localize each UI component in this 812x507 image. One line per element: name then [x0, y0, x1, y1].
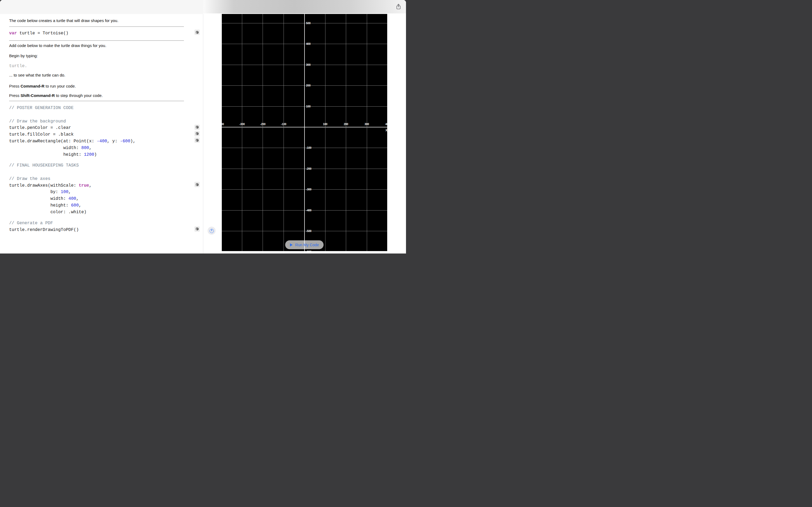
code-line[interactable]: turtle.renderDrawingToPDF(): [9, 227, 79, 233]
divider-line: [9, 26, 184, 27]
code-line[interactable]: height: 1200): [9, 152, 135, 158]
y-axis-tick-label: 500: [306, 21, 311, 25]
y-axis-tick-label: 100: [306, 105, 311, 108]
code-line[interactable]: [9, 111, 135, 118]
code-token: var: [9, 31, 17, 36]
instruction-text: Begin by typing:: [9, 53, 38, 59]
code-editor-background-section[interactable]: // POSTER GENERATION CODE // Draw the ba…: [9, 105, 135, 158]
code-line[interactable]: // FINAL HOUSEKEEPING TASKS: [9, 162, 92, 169]
code-line[interactable]: turtle.penColor = .clear: [9, 125, 135, 131]
y-axis-line: [304, 14, 305, 251]
code-line[interactable]: width: 800,: [9, 145, 135, 152]
x-axis-tick-label: 400: [380, 123, 387, 126]
instruction-text: Add code below to make the turtle draw t…: [9, 43, 106, 48]
code-editor-axes-section[interactable]: // FINAL HOUSEKEEPING TASKS // Draw the …: [9, 162, 92, 215]
code-line[interactable]: // Generate a PDF: [9, 220, 79, 227]
x-axis-tick-label: -100: [276, 123, 292, 126]
y-axis-tick-label: -300: [306, 188, 311, 191]
code-token: // FINAL HOUSEKEEPING TASKS: [9, 163, 79, 168]
divider-line: [9, 40, 184, 41]
code-token: turtle.fillColor = .black: [9, 132, 73, 137]
code-line[interactable]: [9, 169, 92, 176]
text-run: Command-R: [21, 84, 45, 88]
code-token: ,: [79, 203, 81, 208]
code-token: 600: [71, 203, 79, 208]
cube-icon: [195, 31, 199, 34]
copy-code-button[interactable]: [194, 182, 200, 187]
code-line[interactable]: turtle.drawRectangle(at: Point(x: -400, …: [9, 138, 135, 145]
typed-hint[interactable]: turtle.: [9, 63, 27, 69]
code-token: ): [94, 152, 97, 157]
cube-icon: [195, 132, 199, 135]
x-axis-tick-label: -400: [222, 123, 229, 126]
x-axis-tick-label: 100: [317, 123, 333, 126]
code-line[interactable]: // POSTER GENERATION CODE: [9, 105, 135, 111]
code-token: turtle.penColor = .clear: [9, 125, 71, 130]
copy-code-button[interactable]: [194, 30, 200, 35]
y-axis-tick-label: -400: [306, 209, 311, 212]
code-token: ,: [89, 183, 92, 188]
divider-line: [9, 101, 184, 101]
text-run: to run your code.: [45, 84, 76, 88]
code-line[interactable]: // Draw the axes: [9, 176, 92, 182]
x-axis-tick-label: 300: [359, 123, 375, 126]
x-axis-tick-label: -200: [255, 123, 271, 126]
code-token: -600: [120, 139, 130, 144]
live-view-pane: X Run My Code -400-300-200-1001002003004…: [203, 0, 406, 253]
code-line[interactable]: by: 100,: [9, 189, 92, 195]
cube-icon: [195, 183, 199, 186]
run-my-code-button[interactable]: Run My Code: [285, 240, 324, 249]
code-token: ,: [68, 189, 71, 194]
y-axis-tick-label: 400: [306, 42, 311, 46]
y-axis-tick-label: -200: [306, 167, 311, 171]
cube-icon: [195, 227, 199, 231]
code-token: -400: [97, 139, 107, 144]
code-declaration[interactable]: var turtle = Tortoise(): [9, 30, 68, 37]
copy-code-button[interactable]: [194, 131, 200, 136]
code-token: // Draw the axes: [9, 176, 51, 181]
code-line[interactable]: // Draw the background: [9, 118, 135, 125]
timer-speed-button[interactable]: [208, 227, 216, 235]
liveview-titlebar-gradient: [203, 0, 406, 13]
code-token: turtle = Tortoise(): [17, 31, 68, 36]
x-axis-tick-label: -300: [234, 123, 250, 126]
text-run: to step through your code.: [55, 93, 103, 98]
copy-code-button[interactable]: [194, 226, 200, 232]
vertical-gridline: [367, 14, 367, 251]
copy-code-button[interactable]: [194, 125, 200, 130]
intro-text: The code below creates a turtle that wil…: [9, 18, 118, 23]
code-token: color: .white): [9, 210, 86, 215]
drawing-canvas: X Run My Code -400-300-200-1001002003004…: [222, 14, 387, 251]
code-token: turtle.drawAxes(withScale:: [9, 183, 79, 188]
share-icon[interactable]: [396, 4, 401, 9]
y-axis-tick-label: -100: [306, 146, 311, 150]
y-axis-tick-label: 300: [306, 63, 311, 67]
vertical-gridline: [325, 14, 326, 251]
code-token: ),: [130, 139, 135, 144]
code-token: turtle.drawRectangle(at: Point(x:: [9, 139, 97, 144]
code-token: 100: [61, 189, 68, 194]
text-run: Shift-Command-R: [21, 93, 55, 98]
code-line[interactable]: var turtle = Tortoise(): [9, 30, 68, 37]
copy-code-button[interactable]: [194, 137, 200, 143]
code-token: ,: [89, 146, 92, 150]
code-line[interactable]: color: .white): [9, 209, 92, 216]
vertical-gridline: [263, 14, 263, 251]
x-axis-tick-label: 200: [338, 123, 354, 126]
play-icon: [290, 243, 293, 247]
code-line[interactable]: turtle.fillColor = .black: [9, 131, 135, 138]
code-token: height:: [9, 203, 71, 208]
code-token: by:: [9, 189, 61, 194]
cube-icon: [195, 125, 199, 129]
code-token: true: [79, 183, 89, 188]
code-line[interactable]: height: 600,: [9, 202, 92, 209]
cube-icon: [195, 138, 199, 142]
code-editor-pdf-section[interactable]: // Generate a PDFturtle.renderDrawingToP…: [9, 220, 79, 233]
code-line[interactable]: width: 400,: [9, 195, 92, 202]
run-button-label: Run My Code: [295, 243, 319, 247]
y-axis-tick-label: -500: [306, 229, 311, 233]
text-run: Press: [9, 84, 21, 88]
playgrounds-window: The code below creates a turtle that wil…: [0, 0, 406, 253]
code-token: // Draw the background: [9, 119, 66, 124]
code-line[interactable]: turtle.drawAxes(withScale: true,: [9, 182, 92, 189]
